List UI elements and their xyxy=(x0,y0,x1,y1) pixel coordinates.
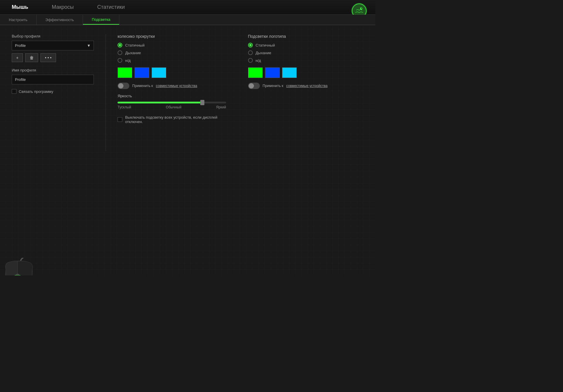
profile-name-input[interactable] xyxy=(12,75,94,84)
scroll-breathing-option[interactable]: Дыхание xyxy=(118,50,233,55)
logo-lighting-panel: Подсветки логотипа Статичный Дыхание н/д xyxy=(248,34,364,226)
logo-toggle[interactable] xyxy=(248,83,260,89)
scroll-swatch-green[interactable] xyxy=(118,67,132,78)
scroll-wheel-swatches xyxy=(118,67,233,78)
scroll-na-radio[interactable] xyxy=(118,58,122,63)
scroll-na-option[interactable]: н/д xyxy=(118,58,233,63)
scroll-wheel-options: Статичный Дыхание н/д xyxy=(118,43,233,63)
link-program-label: Связать программу xyxy=(19,89,53,94)
scroll-breathing-radio[interactable] xyxy=(118,50,122,55)
sub-navigation: Настроить Эффективность Подсветка xyxy=(0,15,375,25)
left-divider xyxy=(106,34,106,151)
brightness-fill xyxy=(118,102,202,103)
logo-swatch-cyan[interactable] xyxy=(282,67,297,78)
scroll-swatch-blue[interactable] xyxy=(135,67,149,78)
dropdown-arrow-icon: ▼ xyxy=(87,43,91,48)
brightness-section: Яркость Тусклый Обычный Яркий Выключать … xyxy=(118,94,233,124)
logo-swatch-blue[interactable] xyxy=(265,67,280,78)
trash-icon: 🗑 xyxy=(30,55,34,60)
logo-static-option[interactable]: Статичный xyxy=(248,43,364,47)
scroll-static-option[interactable]: Статичный xyxy=(118,43,233,47)
scroll-wheel-title: колесико прокрутки xyxy=(118,34,233,39)
scroll-wheel-panel: колесико прокрутки Статичный Дыхание н/д xyxy=(118,34,233,226)
sub-tab-performance[interactable]: Эффективность xyxy=(37,15,83,25)
top-nav-tabs: Мышь Макросы Статистики xyxy=(0,0,137,14)
scroll-compatible-link[interactable]: совместимые устройства xyxy=(156,84,197,88)
tab-mouse[interactable]: Мышь xyxy=(0,0,40,14)
scroll-static-radio[interactable] xyxy=(118,43,122,47)
scroll-toggle[interactable] xyxy=(118,83,129,89)
disable-lighting-label: Выключать подсветку всех устройств, если… xyxy=(125,115,233,124)
profile-dropdown[interactable]: Profile ▼ xyxy=(12,41,94,50)
mouse-image: R xyxy=(0,258,47,275)
logo-swatch-green[interactable] xyxy=(248,67,263,78)
scroll-swatch-cyan[interactable] xyxy=(152,67,166,78)
tab-stats[interactable]: Статистики xyxy=(85,0,136,14)
main-content: Выбор профиля Profile ▼ + 🗑 • • • Имя пр… xyxy=(0,25,375,234)
link-program-row: Связать программу xyxy=(12,89,94,94)
top-navigation: Мышь Макросы Статистики xyxy=(0,0,375,15)
svg-point-1 xyxy=(361,8,362,9)
profile-name-label: Имя профиля xyxy=(12,68,94,72)
brightness-slider-container: Тусклый Обычный Яркий xyxy=(118,102,233,109)
logo-na-option[interactable]: н/д xyxy=(248,58,364,63)
lighting-panels: колесико прокрутки Статичный Дыхание н/д xyxy=(118,34,364,226)
disable-lighting-row: Выключать подсветку всех устройств, если… xyxy=(118,115,233,124)
add-profile-button[interactable]: + xyxy=(12,53,23,62)
profile-buttons: + 🗑 • • • xyxy=(12,53,94,62)
brightness-thumb[interactable] xyxy=(200,100,204,105)
sub-tab-lighting[interactable]: Подсветка xyxy=(83,15,119,25)
sub-tab-configure[interactable]: Настроить xyxy=(0,15,37,25)
more-options-button[interactable]: • • • xyxy=(40,53,56,62)
logo-apply-row: Применить к совместимые устройства xyxy=(248,83,364,89)
left-panel: Выбор профиля Profile ▼ + 🗑 • • • Имя пр… xyxy=(12,34,94,226)
logo-options: Статичный Дыхание н/д xyxy=(248,43,364,63)
logo-compatible-link[interactable]: совместимые устройства xyxy=(286,84,328,88)
scroll-apply-row: Применить к совместимые устройства xyxy=(118,83,233,89)
link-program-checkbox[interactable] xyxy=(12,89,16,94)
brightness-label: Яркость xyxy=(118,94,233,98)
logo-breathing-option[interactable]: Дыхание xyxy=(248,50,364,55)
brightness-labels: Тусклый Обычный Яркий xyxy=(118,105,226,109)
delete-profile-button[interactable]: 🗑 xyxy=(25,53,38,62)
brightness-track[interactable] xyxy=(118,102,226,103)
logo-static-radio[interactable] xyxy=(248,43,253,47)
profile-select-label: Выбор профиля xyxy=(12,34,94,38)
scroll-toggle-knob xyxy=(118,83,123,88)
logo-toggle-knob xyxy=(249,83,254,88)
logo-na-radio[interactable] xyxy=(248,58,253,63)
logo-swatches xyxy=(248,67,364,78)
tab-macros[interactable]: Макросы xyxy=(40,0,85,14)
logo-lighting-title: Подсветки логотипа xyxy=(248,34,364,39)
disable-lighting-checkbox[interactable] xyxy=(118,117,122,122)
logo-breathing-radio[interactable] xyxy=(248,50,253,55)
